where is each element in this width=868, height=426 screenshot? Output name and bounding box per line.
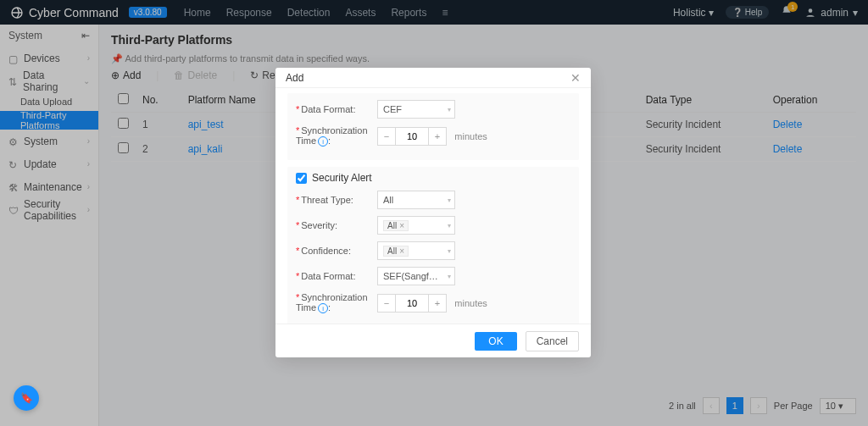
severity-tag: All×: [383, 220, 409, 231]
stepper-minus[interactable]: −: [378, 128, 395, 145]
sync-input-2[interactable]: [395, 295, 429, 312]
add-modal: Add ✕ *Data Format: CEF *Synchronization…: [275, 68, 591, 357]
modal-title: Add: [286, 72, 303, 84]
threat-select[interactable]: All: [377, 191, 455, 209]
modal-footer: OK Cancel: [275, 324, 591, 357]
confidence-tag: All×: [383, 246, 409, 257]
sync-suffix-2: minutes: [454, 298, 487, 308]
tag-close-icon[interactable]: ×: [399, 246, 404, 256]
stepper-minus[interactable]: −: [378, 295, 395, 312]
modal-header: Add ✕: [275, 68, 591, 88]
sync-suffix-1: minutes: [454, 131, 487, 141]
bookmark-icon: 🔖: [20, 392, 33, 404]
section-alert: Security Alert *Threat Type: All *Severi…: [287, 167, 579, 324]
security-alert-toggle[interactable]: Security Alert: [296, 172, 570, 184]
confidence-select[interactable]: All×: [377, 241, 455, 260]
security-alert-checkbox[interactable]: [296, 173, 307, 184]
section-incident: *Data Format: CEF *Synchronization Timei…: [287, 93, 579, 160]
sync-stepper-2: − +: [377, 294, 447, 313]
row-confidence: *Confidence: All×: [296, 241, 570, 260]
info-icon[interactable]: i: [318, 136, 328, 147]
close-icon[interactable]: ✕: [570, 71, 581, 85]
info-icon[interactable]: i: [318, 303, 328, 313]
sync-stepper-1: − +: [377, 127, 447, 146]
row-dataformat1: *Data Format: CEF: [296, 100, 570, 119]
tag-close-icon[interactable]: ×: [399, 221, 404, 230]
modal-body: *Data Format: CEF *Synchronization Timei…: [275, 88, 591, 324]
row-severity: *Severity: All×: [296, 216, 570, 235]
row-threat: *Threat Type: All: [296, 191, 570, 209]
ok-button[interactable]: OK: [475, 332, 516, 351]
stepper-plus[interactable]: +: [429, 128, 446, 145]
severity-select[interactable]: All×: [377, 216, 455, 235]
sync-input-1[interactable]: [395, 128, 429, 145]
float-bookmark-button[interactable]: 🔖: [14, 385, 39, 411]
row-dataformat2: *Data Format: SEF(Sangfor Event For…: [296, 267, 570, 285]
stepper-plus[interactable]: +: [429, 295, 446, 312]
row-sync1: *Synchronization Timei: − + minutes: [296, 125, 570, 147]
cancel-button[interactable]: Cancel: [526, 331, 579, 351]
dataformat-select-1[interactable]: CEF: [377, 100, 455, 119]
dataformat-select-2[interactable]: SEF(Sangfor Event For…: [377, 267, 455, 285]
row-sync2: *Synchronization Timei: − + minutes: [296, 292, 570, 313]
